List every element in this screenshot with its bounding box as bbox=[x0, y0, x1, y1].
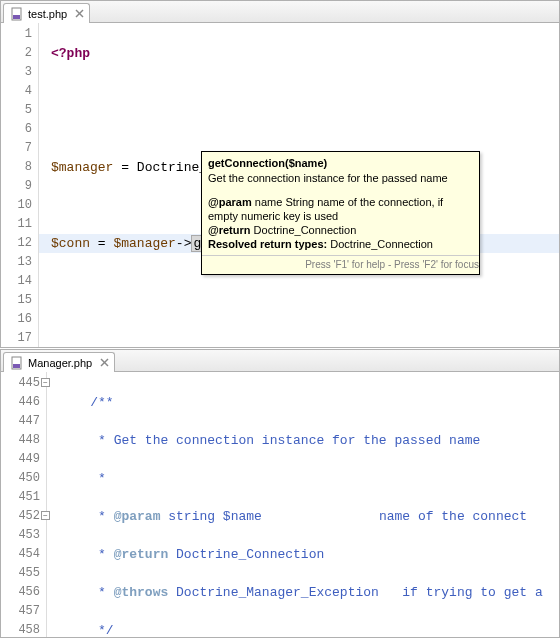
tooltip-param: @param name String name of the connectio… bbox=[208, 195, 473, 223]
line-gutter-bottom: 445− 446447448449450451 452− 45345445545… bbox=[1, 372, 47, 637]
tooltip-signature: getConnection($name) bbox=[208, 156, 473, 170]
tab-manager-php[interactable]: Manager.php bbox=[3, 352, 115, 372]
code-area-bottom[interactable]: 445− 446447448449450451 452− 45345445545… bbox=[1, 372, 559, 637]
php-open: <? bbox=[51, 46, 67, 61]
tooltip-footer: Press 'F1' for help - Press 'F2' for foc… bbox=[202, 255, 479, 274]
tooltip-return: @return Doctrine_Connection bbox=[208, 223, 473, 237]
fold-icon[interactable]: − bbox=[41, 378, 50, 387]
tab-label: test.php bbox=[28, 8, 67, 20]
php-file-icon bbox=[10, 356, 24, 370]
code-area[interactable]: 1234567891011121314151617 <?php $manager… bbox=[1, 23, 559, 347]
close-icon[interactable] bbox=[98, 357, 110, 369]
line-gutter: 1234567891011121314151617 bbox=[1, 23, 39, 347]
svg-rect-5 bbox=[13, 364, 20, 368]
svg-rect-1 bbox=[13, 15, 20, 19]
php-file-icon bbox=[10, 7, 24, 21]
tab-test-php[interactable]: test.php bbox=[3, 3, 90, 23]
tab-bar-bottom: Manager.php bbox=[1, 350, 559, 372]
fold-icon[interactable]: − bbox=[41, 511, 50, 520]
hover-tooltip: getConnection($name) Get the connection … bbox=[201, 151, 480, 275]
editor-pane-bottom: Manager.php 445− 446447448449450451 452−… bbox=[0, 349, 560, 638]
code-body-bottom[interactable]: /** * Get the connection instance for th… bbox=[47, 372, 559, 637]
tooltip-resolved: Resolved return types: Doctrine_Connecti… bbox=[208, 237, 473, 251]
tab-bar: test.php bbox=[1, 1, 559, 23]
editor-pane-top: test.php 1234567891011121314151617 <?php… bbox=[0, 0, 560, 348]
close-icon[interactable] bbox=[73, 8, 85, 20]
tooltip-description: Get the connection instance for the pass… bbox=[208, 171, 473, 185]
tab-label: Manager.php bbox=[28, 357, 92, 369]
